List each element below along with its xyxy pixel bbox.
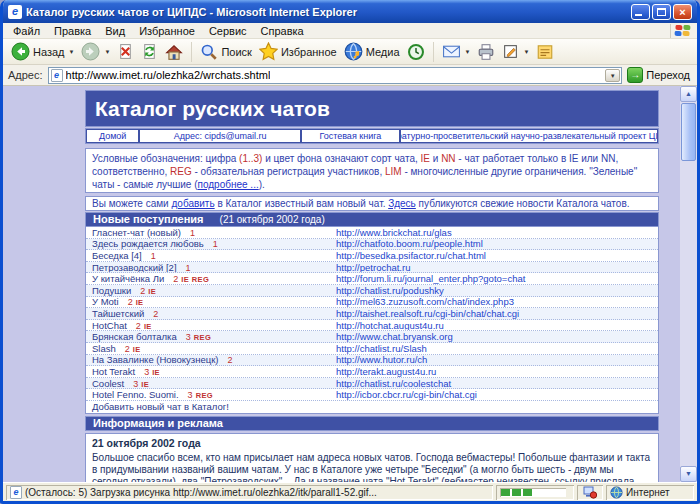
chat-url-link[interactable]: http://forum.li.ru/journal_enter.php?got… xyxy=(336,273,658,284)
inline-link[interactable]: добавить xyxy=(172,198,215,209)
chat-name: Тайшетский2 xyxy=(86,308,336,319)
chat-url-link[interactable]: http://mel63.zuzusoft.com/chat/index.php… xyxy=(336,297,658,308)
search-button[interactable]: Поиск xyxy=(197,42,254,62)
discuss-button[interactable] xyxy=(533,42,557,62)
address-label: Адрес: xyxy=(8,69,43,81)
status-bar: e (Осталось: 5) Загрузка рисунка http://… xyxy=(3,482,697,501)
chat-grade-badge: 3 xyxy=(186,332,191,342)
back-dropdown-icon[interactable]: ▼ xyxy=(69,49,75,55)
progress-cell xyxy=(496,485,574,500)
favorites-button[interactable]: Избранное xyxy=(256,41,340,62)
chat-row: Беседка [4]1http://besedka.psifactor.ru/… xyxy=(86,250,658,262)
inline-link[interactable]: Здесь xyxy=(388,198,416,209)
section-header-info: Информация и реклама xyxy=(85,416,659,431)
page-title: Каталог русских чатов xyxy=(85,90,659,127)
back-button[interactable]: Назад ▼ xyxy=(8,41,77,62)
chat-url-link[interactable]: http://terakt.august4u.ru xyxy=(336,366,658,377)
nav-link[interactable]: Литературно-просветительский научно-разв… xyxy=(401,130,657,142)
chat-row: Slash2IEhttp://chatlist.ru/Slash xyxy=(86,343,658,355)
page-nav: ДомойАдрес: cipds@umail.ruГостевая книга… xyxy=(85,128,659,144)
address-input[interactable]: e http://www.imet.ru/olezhka2/wrchats.sh… xyxy=(48,67,623,84)
chat-row: Hotel Fenno. Suomi.3REGhttp://icbor.cbcr… xyxy=(86,389,658,401)
text-segment: и xyxy=(430,153,441,164)
chat-grade-badge: 1 xyxy=(186,263,191,273)
title-bar: e Каталог русских чатов от ЦИПДС - Micro… xyxy=(3,0,697,23)
stop-icon xyxy=(117,43,134,60)
chat-url-link[interactable]: http://hotchat.august4u.ru xyxy=(336,320,658,331)
chat-url-link[interactable]: http://chatlist.ru/Slash xyxy=(336,343,658,354)
close-button[interactable]: × xyxy=(673,4,692,20)
edit-button[interactable]: ▼ xyxy=(499,42,532,61)
chat-grade-badge: 3 xyxy=(188,390,193,400)
menu-item[interactable]: Справка xyxy=(254,25,311,37)
menu-item[interactable]: Файл xyxy=(6,25,47,37)
chat-url-link[interactable]: http://besedka.psifactor.ru/chat.html xyxy=(336,250,658,261)
menu-bar: ФайлПравкаВидИзбранноеСервисСправка xyxy=(3,23,697,39)
section-title: Новые поступления xyxy=(93,213,204,225)
scroll-down-button[interactable]: ▼ xyxy=(680,466,697,482)
mail-dropdown-icon[interactable]: ▼ xyxy=(465,49,471,55)
chat-row: У Moti2IEhttp://mel63.zuzusoft.com/chat/… xyxy=(86,297,658,309)
edit-dropdown-icon[interactable]: ▼ xyxy=(523,49,529,55)
chat-url-link[interactable]: http://petrochat.ru xyxy=(336,262,658,273)
go-arrow-icon: → xyxy=(627,67,643,83)
address-bar: Адрес: e http://www.imet.ru/olezhka2/wrc… xyxy=(3,65,697,86)
chat-name: У Moti2IE xyxy=(86,297,336,308)
stop-button[interactable] xyxy=(114,42,137,61)
minimize-button[interactable] xyxy=(631,4,650,20)
media-button[interactable]: Медиа xyxy=(341,41,403,62)
chat-url-link[interactable]: http://chatlist.ru/coolestchat xyxy=(336,378,658,389)
address-dropdown-button[interactable]: ▼ xyxy=(605,69,620,82)
menu-item[interactable]: Сервис xyxy=(202,25,254,37)
nav-link[interactable]: Домой xyxy=(87,130,138,142)
mail-icon xyxy=(442,43,461,60)
chat-row: Hot Terakt3IEhttp://terakt.august4u.ru xyxy=(86,366,658,378)
forward-button[interactable]: ▼ xyxy=(78,41,113,62)
menu-item[interactable]: Избранное xyxy=(132,25,202,37)
vertical-scrollbar[interactable]: ▲ ▼ xyxy=(680,86,697,482)
chat-url-link[interactable]: http://icbor.cbcr.ru/cgi-bin/chat.cgi xyxy=(336,389,658,400)
chat-name: Hot Terakt3IE xyxy=(86,366,336,377)
print-button[interactable] xyxy=(474,42,498,62)
go-button[interactable]: → Переход xyxy=(627,67,692,83)
go-label: Переход xyxy=(646,69,690,81)
chat-restriction-codes: REG xyxy=(196,391,213,400)
menu-items: ФайлПравкаВидИзбранноеСервисСправка xyxy=(6,25,311,37)
menu-item[interactable]: Правка xyxy=(47,25,98,37)
chat-url-link[interactable]: http://www.brickchat.ru/glas xyxy=(336,227,658,238)
media-label: Медиа xyxy=(366,46,400,58)
add-chat-link[interactable]: Добавить новый чат в Каталог! xyxy=(85,401,659,414)
home-button[interactable] xyxy=(162,42,186,62)
mail-button[interactable]: ▼ xyxy=(439,42,474,61)
chat-row: У китайчёнка Ли2IE REGhttp://forum.li.ru… xyxy=(86,273,658,285)
chat-url-link[interactable]: http://chatlist.ru/podushky xyxy=(336,285,658,296)
chat-grade-badge: 2 xyxy=(153,309,158,319)
zone-cell: Интернет xyxy=(606,485,694,500)
address-url[interactable]: http://www.imet.ru/olezhka2/wrchats.shtm… xyxy=(66,69,271,81)
maximize-button[interactable] xyxy=(652,4,671,20)
maximize-icon xyxy=(657,8,666,16)
chat-url-link[interactable]: http://www.chat.bryansk.org xyxy=(336,331,658,342)
chat-row: Подушки2IEhttp://chatlist.ru/podushky xyxy=(86,285,658,297)
scrollbar-thumb[interactable] xyxy=(681,103,696,161)
nav-link[interactable]: Гостевая книга xyxy=(302,130,399,142)
chat-url-link[interactable]: http://taishet.realsoft.ru/cgi-bin/chat/… xyxy=(336,308,658,319)
chat-url-link[interactable]: http://chatfoto.boom.ru/people.html xyxy=(336,239,658,250)
chat-grade-badge: 3 xyxy=(133,379,138,389)
minimize-icon xyxy=(635,14,642,16)
text-segment: Условные обозначения: цифра xyxy=(92,153,239,164)
chat-name: HotChat2IE xyxy=(86,320,336,331)
refresh-button[interactable] xyxy=(138,42,161,61)
chat-grade-badge: 1 xyxy=(151,251,156,261)
chat-row: HotChat2IEhttp://hotchat.august4u.ru xyxy=(86,320,658,332)
scroll-up-button[interactable]: ▲ xyxy=(680,86,697,102)
back-icon xyxy=(11,42,30,61)
forward-dropdown-icon[interactable]: ▼ xyxy=(104,49,110,55)
nav-link[interactable]: Адрес: cipds@umail.ru xyxy=(140,130,300,142)
inline-link[interactable]: подробнее ... xyxy=(198,179,259,190)
menu-item[interactable]: Вид xyxy=(98,25,132,37)
info-box: 21 октября 2002 года Большое спасибо все… xyxy=(85,433,659,482)
text-segment: ). xyxy=(259,179,265,190)
history-button[interactable] xyxy=(404,42,428,62)
chat-url-link[interactable]: http://www.hutor.ru/ch xyxy=(336,355,658,366)
